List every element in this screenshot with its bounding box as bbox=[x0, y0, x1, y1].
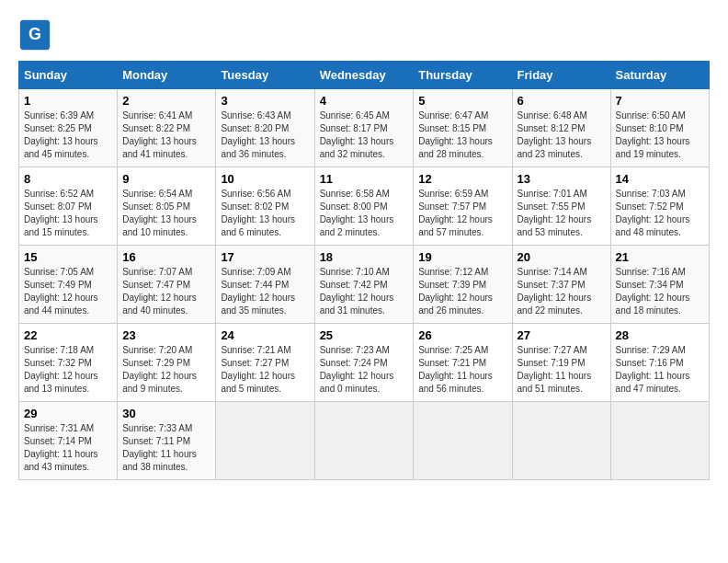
day-number: 28 bbox=[616, 328, 704, 342]
calendar-cell: 6 Sunrise: 6:48 AM Sunset: 8:12 PM Dayli… bbox=[512, 89, 610, 167]
day-number: 25 bbox=[320, 328, 409, 342]
day-number: 15 bbox=[24, 250, 112, 264]
day-info: Sunrise: 7:31 AM Sunset: 7:14 PM Dayligh… bbox=[24, 422, 112, 474]
day-info: Sunrise: 6:52 AM Sunset: 8:07 PM Dayligh… bbox=[24, 188, 112, 239]
day-number: 19 bbox=[418, 250, 506, 264]
calendar-cell: 3 Sunrise: 6:43 AM Sunset: 8:20 PM Dayli… bbox=[216, 89, 314, 167]
calendar-cell: 19 Sunrise: 7:12 AM Sunset: 7:39 PM Dayl… bbox=[414, 246, 512, 324]
day-info: Sunrise: 7:21 AM Sunset: 7:27 PM Dayligh… bbox=[221, 344, 309, 396]
header-sunday: Sunday bbox=[19, 62, 118, 89]
day-number: 23 bbox=[122, 328, 210, 342]
calendar-cell: 25 Sunrise: 7:23 AM Sunset: 7:24 PM Dayl… bbox=[314, 324, 414, 402]
day-number: 5 bbox=[418, 94, 506, 108]
week-row-4: 22 Sunrise: 7:18 AM Sunset: 7:32 PM Dayl… bbox=[19, 324, 710, 402]
calendar-cell bbox=[314, 402, 414, 480]
calendar-cell: 18 Sunrise: 7:10 AM Sunset: 7:42 PM Dayl… bbox=[314, 246, 414, 324]
calendar-cell: 15 Sunrise: 7:05 AM Sunset: 7:49 PM Dayl… bbox=[19, 246, 118, 324]
day-number: 27 bbox=[518, 328, 606, 342]
day-info: Sunrise: 7:23 AM Sunset: 7:24 PM Dayligh… bbox=[320, 344, 409, 396]
calendar-cell: 23 Sunrise: 7:20 AM Sunset: 7:29 PM Dayl… bbox=[118, 324, 216, 402]
day-info: Sunrise: 7:25 AM Sunset: 7:21 PM Dayligh… bbox=[418, 344, 506, 396]
calendar-cell: 5 Sunrise: 6:47 AM Sunset: 8:15 PM Dayli… bbox=[414, 89, 512, 167]
calendar-cell bbox=[512, 402, 610, 480]
calendar-cell: 24 Sunrise: 7:21 AM Sunset: 7:27 PM Dayl… bbox=[216, 324, 314, 402]
day-number: 3 bbox=[221, 94, 309, 108]
day-number: 10 bbox=[221, 172, 309, 186]
calendar-cell: 28 Sunrise: 7:29 AM Sunset: 7:16 PM Dayl… bbox=[610, 324, 709, 402]
calendar-cell: 30 Sunrise: 7:33 AM Sunset: 7:11 PM Dayl… bbox=[118, 402, 216, 480]
calendar-cell: 16 Sunrise: 7:07 AM Sunset: 7:47 PM Dayl… bbox=[118, 246, 216, 324]
week-row-5: 29 Sunrise: 7:31 AM Sunset: 7:14 PM Dayl… bbox=[19, 402, 710, 480]
calendar-cell: 2 Sunrise: 6:41 AM Sunset: 8:22 PM Dayli… bbox=[118, 89, 216, 167]
calendar-cell bbox=[216, 402, 314, 480]
logo-icon: G bbox=[18, 18, 51, 52]
logo: G bbox=[18, 18, 57, 52]
calendar-cell: 12 Sunrise: 6:59 AM Sunset: 7:57 PM Dayl… bbox=[414, 167, 512, 246]
day-number: 16 bbox=[122, 250, 210, 264]
day-info: Sunrise: 7:18 AM Sunset: 7:32 PM Dayligh… bbox=[24, 344, 112, 396]
day-number: 9 bbox=[122, 172, 210, 186]
day-number: 11 bbox=[320, 172, 409, 186]
header-wednesday: Wednesday bbox=[314, 62, 414, 89]
day-number: 6 bbox=[518, 94, 606, 108]
day-info: Sunrise: 6:43 AM Sunset: 8:20 PM Dayligh… bbox=[221, 109, 309, 161]
day-number: 29 bbox=[24, 407, 112, 420]
week-row-1: 1 Sunrise: 6:39 AM Sunset: 8:25 PM Dayli… bbox=[19, 89, 710, 167]
day-info: Sunrise: 6:50 AM Sunset: 8:10 PM Dayligh… bbox=[616, 109, 704, 161]
day-info: Sunrise: 7:33 AM Sunset: 7:11 PM Dayligh… bbox=[122, 422, 210, 474]
day-info: Sunrise: 7:03 AM Sunset: 7:52 PM Dayligh… bbox=[616, 188, 704, 239]
day-info: Sunrise: 7:29 AM Sunset: 7:16 PM Dayligh… bbox=[616, 344, 704, 396]
calendar-cell: 13 Sunrise: 7:01 AM Sunset: 7:55 PM Dayl… bbox=[512, 167, 610, 246]
day-info: Sunrise: 7:05 AM Sunset: 7:49 PM Dayligh… bbox=[24, 266, 112, 317]
day-number: 1 bbox=[24, 94, 112, 108]
day-info: Sunrise: 6:58 AM Sunset: 8:00 PM Dayligh… bbox=[320, 188, 409, 239]
day-info: Sunrise: 6:45 AM Sunset: 8:17 PM Dayligh… bbox=[320, 109, 409, 161]
calendar-cell: 1 Sunrise: 6:39 AM Sunset: 8:25 PM Dayli… bbox=[19, 89, 118, 167]
day-number: 30 bbox=[122, 407, 210, 420]
day-info: Sunrise: 6:39 AM Sunset: 8:25 PM Dayligh… bbox=[24, 109, 112, 161]
day-number: 21 bbox=[616, 250, 704, 264]
calendar-cell: 4 Sunrise: 6:45 AM Sunset: 8:17 PM Dayli… bbox=[314, 89, 414, 167]
week-row-3: 15 Sunrise: 7:05 AM Sunset: 7:49 PM Dayl… bbox=[19, 246, 710, 324]
calendar-cell: 11 Sunrise: 6:58 AM Sunset: 8:00 PM Dayl… bbox=[314, 167, 414, 246]
day-number: 8 bbox=[24, 172, 112, 186]
header-saturday: Saturday bbox=[610, 62, 709, 89]
calendar-cell: 7 Sunrise: 6:50 AM Sunset: 8:10 PM Dayli… bbox=[610, 89, 709, 167]
day-number: 20 bbox=[518, 250, 606, 264]
svg-text:G: G bbox=[28, 25, 41, 43]
day-info: Sunrise: 6:54 AM Sunset: 8:05 PM Dayligh… bbox=[122, 188, 210, 239]
day-number: 17 bbox=[221, 250, 309, 264]
day-number: 2 bbox=[122, 94, 210, 108]
day-info: Sunrise: 7:12 AM Sunset: 7:39 PM Dayligh… bbox=[418, 266, 506, 317]
day-number: 14 bbox=[616, 172, 704, 186]
day-info: Sunrise: 7:07 AM Sunset: 7:47 PM Dayligh… bbox=[122, 266, 210, 317]
calendar-cell: 10 Sunrise: 6:56 AM Sunset: 8:02 PM Dayl… bbox=[216, 167, 314, 246]
day-info: Sunrise: 7:16 AM Sunset: 7:34 PM Dayligh… bbox=[616, 266, 704, 317]
week-row-2: 8 Sunrise: 6:52 AM Sunset: 8:07 PM Dayli… bbox=[19, 167, 710, 246]
page-header: G bbox=[18, 18, 710, 52]
day-number: 7 bbox=[616, 94, 704, 108]
calendar-cell: 8 Sunrise: 6:52 AM Sunset: 8:07 PM Dayli… bbox=[19, 167, 118, 246]
day-number: 18 bbox=[320, 250, 409, 264]
day-info: Sunrise: 6:59 AM Sunset: 7:57 PM Dayligh… bbox=[418, 188, 506, 239]
day-number: 12 bbox=[418, 172, 506, 186]
day-info: Sunrise: 7:27 AM Sunset: 7:19 PM Dayligh… bbox=[518, 344, 606, 396]
calendar-cell: 14 Sunrise: 7:03 AM Sunset: 7:52 PM Dayl… bbox=[610, 167, 709, 246]
day-info: Sunrise: 7:01 AM Sunset: 7:55 PM Dayligh… bbox=[518, 188, 606, 239]
day-info: Sunrise: 6:56 AM Sunset: 8:02 PM Dayligh… bbox=[221, 188, 309, 239]
day-number: 13 bbox=[518, 172, 606, 186]
day-number: 26 bbox=[418, 328, 506, 342]
day-info: Sunrise: 6:47 AM Sunset: 8:15 PM Dayligh… bbox=[418, 109, 506, 161]
day-info: Sunrise: 6:41 AM Sunset: 8:22 PM Dayligh… bbox=[122, 109, 210, 161]
calendar-cell: 22 Sunrise: 7:18 AM Sunset: 7:32 PM Dayl… bbox=[19, 324, 118, 402]
header-thursday: Thursday bbox=[414, 62, 512, 89]
day-number: 24 bbox=[221, 328, 309, 342]
day-info: Sunrise: 7:09 AM Sunset: 7:44 PM Dayligh… bbox=[221, 266, 309, 317]
calendar-cell bbox=[610, 402, 709, 480]
calendar-cell bbox=[414, 402, 512, 480]
day-info: Sunrise: 7:20 AM Sunset: 7:29 PM Dayligh… bbox=[122, 344, 210, 396]
header-monday: Monday bbox=[118, 62, 216, 89]
calendar-cell: 29 Sunrise: 7:31 AM Sunset: 7:14 PM Dayl… bbox=[19, 402, 118, 480]
day-number: 22 bbox=[24, 328, 112, 342]
calendar-cell: 27 Sunrise: 7:27 AM Sunset: 7:19 PM Dayl… bbox=[512, 324, 610, 402]
